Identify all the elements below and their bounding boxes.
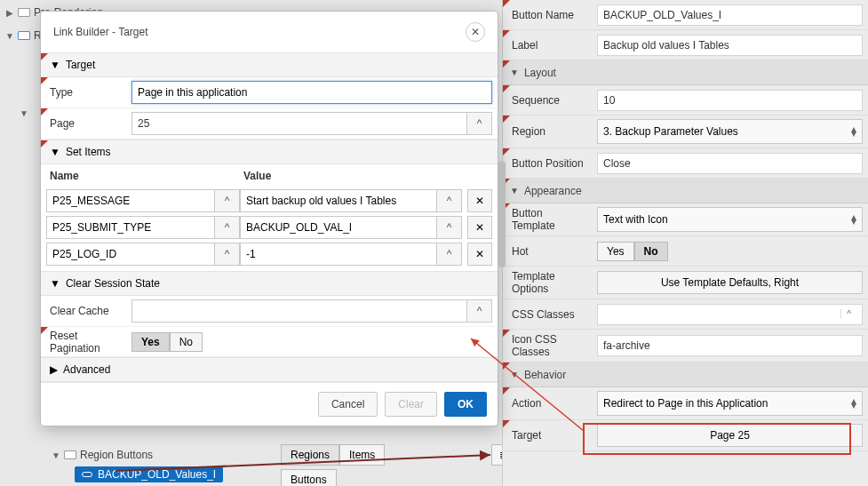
center-toolbar-row2: Buttons bbox=[281, 469, 337, 486]
reset-no[interactable]: No bbox=[170, 332, 203, 352]
chevron-up-icon: ^ bbox=[447, 248, 452, 260]
close-button[interactable]: ✕ bbox=[466, 22, 485, 42]
label-sequence: Sequence bbox=[503, 91, 592, 110]
label-reset-pagination: Reset Pagination bbox=[41, 330, 126, 355]
section-target[interactable]: ▼Target bbox=[41, 52, 498, 77]
icon-css-input[interactable]: fa-archive bbox=[597, 335, 863, 356]
select-caret-icon: ▴▾ bbox=[851, 215, 856, 224]
clear-cache-input[interactable] bbox=[131, 299, 467, 323]
chevron-down-icon: ▼ bbox=[510, 370, 519, 379]
tab-buttons[interactable]: Buttons bbox=[281, 469, 337, 486]
popup-icon[interactable]: ^ bbox=[840, 309, 856, 319]
remove-row-button[interactable]: ✕ bbox=[467, 189, 492, 212]
section-layout[interactable]: ▼Layout bbox=[503, 60, 868, 85]
button-name-input[interactable]: BACKUP_OLD_Values_I bbox=[597, 4, 863, 26]
link-icon bbox=[82, 472, 92, 477]
name-lov-button[interactable]: ^ bbox=[215, 243, 240, 266]
modal-title: Link Builder - Target bbox=[53, 26, 148, 38]
set-item-row: ^^✕ bbox=[44, 214, 494, 241]
item-value-input[interactable] bbox=[240, 189, 437, 212]
action-select[interactable]: Redirect to Page in this Application▴▾ bbox=[597, 391, 863, 416]
clear-button[interactable]: Clear bbox=[385, 392, 437, 417]
close-icon: ✕ bbox=[475, 248, 484, 260]
section-appearance[interactable]: ▼Appearance bbox=[503, 179, 868, 203]
chevron-right-icon: ▶ bbox=[5, 8, 14, 18]
chevron-down-icon: ▼ bbox=[50, 146, 60, 158]
select-caret-icon: ▴▾ bbox=[851, 399, 856, 408]
reset-pagination-toggle[interactable]: Yes No bbox=[131, 332, 203, 352]
chevron-down-icon: ▼ bbox=[52, 450, 60, 460]
cancel-button[interactable]: Cancel bbox=[318, 392, 378, 417]
item-name-input[interactable] bbox=[46, 216, 215, 239]
tree-label: BACKUP_OLD_Values_I bbox=[98, 468, 216, 481]
value-lov-button[interactable]: ^ bbox=[437, 189, 462, 212]
button-position-input[interactable]: Close bbox=[597, 153, 863, 174]
section-set-items[interactable]: ▼Set Items bbox=[41, 139, 498, 164]
label-hot: Hot bbox=[503, 242, 592, 261]
scrollbar-thumb[interactable] bbox=[498, 161, 506, 267]
tab-items[interactable]: Items bbox=[339, 444, 385, 466]
name-lov-button[interactable]: ^ bbox=[215, 216, 240, 239]
tree-label: Region Buttons bbox=[80, 449, 153, 461]
item-name-input[interactable] bbox=[46, 189, 215, 212]
type-select[interactable] bbox=[131, 81, 492, 104]
label-template-options: Template Options bbox=[503, 267, 592, 299]
label-label: Label bbox=[503, 36, 592, 55]
value-lov-button[interactable]: ^ bbox=[437, 243, 462, 266]
section-advanced[interactable]: ▶Advanced bbox=[41, 357, 498, 382]
item-value-input[interactable] bbox=[240, 216, 437, 239]
close-icon: ✕ bbox=[475, 195, 484, 207]
page-lov-button[interactable]: ^ bbox=[467, 112, 492, 135]
template-options-button[interactable]: Use Template Defaults, Right bbox=[597, 271, 863, 294]
col-name: Name bbox=[50, 170, 243, 182]
chevron-up-icon: ^ bbox=[447, 221, 452, 234]
chevron-down-icon: ▼ bbox=[510, 186, 519, 195]
close-icon: ✕ bbox=[471, 26, 480, 38]
name-lov-button[interactable]: ^ bbox=[215, 189, 240, 212]
item-name-input[interactable] bbox=[46, 243, 215, 266]
section-behavior[interactable]: ▼Behavior bbox=[503, 363, 868, 387]
chevron-down-icon: ▼ bbox=[20, 108, 28, 118]
item-value-input[interactable] bbox=[240, 243, 437, 266]
chevron-down-icon: ▼ bbox=[510, 68, 519, 77]
chevron-up-icon: ^ bbox=[447, 195, 452, 207]
label-type: Type bbox=[41, 86, 126, 99]
page-input[interactable] bbox=[131, 112, 467, 135]
sequence-input[interactable]: 10 bbox=[597, 90, 863, 111]
label-button-position: Button Position bbox=[503, 154, 592, 173]
center-toolbar: Regions Items ≣ ▾ bbox=[281, 444, 525, 466]
chevron-down-icon: ▼ bbox=[50, 59, 60, 71]
section-clear-session[interactable]: ▼Clear Session State bbox=[41, 271, 498, 296]
clear-cache-lov-button[interactable]: ^ bbox=[467, 299, 492, 323]
set-item-row: ^^✕ bbox=[44, 187, 494, 214]
label-css-classes: CSS Classes bbox=[503, 305, 592, 324]
label-action: Action bbox=[503, 394, 592, 413]
remove-row-button[interactable]: ✕ bbox=[467, 216, 492, 239]
hot-toggle[interactable]: YesNo bbox=[597, 242, 668, 261]
remove-row-button[interactable]: ✕ bbox=[467, 243, 492, 266]
set-items-table: Name Value ^^✕^^✕^^✕ bbox=[41, 164, 498, 271]
chevron-down-icon: ▼ bbox=[5, 31, 14, 41]
chevron-down-icon: ▼ bbox=[50, 277, 60, 290]
region-select[interactable]: 3. Backup Parameter Values▴▾ bbox=[597, 119, 863, 144]
col-value: Value bbox=[243, 170, 489, 182]
label-input[interactable]: Backup old values I Tables bbox=[597, 35, 863, 56]
label-page: Page bbox=[41, 117, 126, 130]
folder-icon bbox=[18, 8, 30, 17]
button-template-select[interactable]: Text with Icon▴▾ bbox=[597, 207, 863, 232]
folder-icon bbox=[64, 450, 76, 459]
tree-node-active[interactable]: BACKUP_OLD_Values_I bbox=[0, 466, 498, 483]
label-target: Target bbox=[503, 426, 592, 445]
value-lov-button[interactable]: ^ bbox=[437, 216, 462, 239]
reset-yes[interactable]: Yes bbox=[131, 332, 170, 352]
tab-regions[interactable]: Regions bbox=[281, 444, 339, 466]
ok-button[interactable]: OK bbox=[444, 392, 487, 417]
hot-no[interactable]: No bbox=[634, 242, 668, 261]
close-icon: ✕ bbox=[475, 221, 484, 234]
label-icon-css: Icon CSS Classes bbox=[503, 330, 592, 362]
set-item-row: ^^✕ bbox=[44, 241, 494, 267]
chevron-up-icon: ^ bbox=[225, 248, 230, 260]
folder-icon bbox=[18, 31, 30, 40]
label-button-template: Button Template bbox=[503, 203, 592, 235]
hot-yes[interactable]: Yes bbox=[597, 242, 634, 261]
